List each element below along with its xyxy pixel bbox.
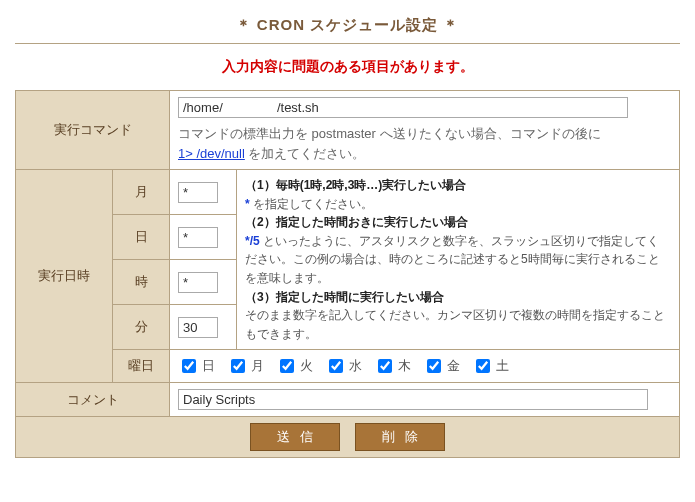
label-minute: 分: [113, 305, 170, 350]
weekday-checkbox[interactable]: [280, 359, 294, 373]
label-day: 日: [113, 215, 170, 260]
cron-form-table: 実行コマンド コマンドの標準出力を postmaster へ送りたくない場合、コ…: [15, 90, 680, 458]
weekday-checkbox[interactable]: [427, 359, 441, 373]
weekday-checkbox[interactable]: [182, 359, 196, 373]
error-message: 入力内容に問題のある項目があります。: [15, 58, 680, 76]
submit-button[interactable]: 送信: [250, 423, 340, 451]
weekday-option[interactable]: 火: [276, 356, 313, 376]
hour-input[interactable]: [178, 272, 218, 293]
label-comment: コメント: [16, 383, 170, 417]
weekday-checkbox[interactable]: [329, 359, 343, 373]
divider: [15, 43, 680, 44]
page-title: ＊ CRON スケジュール設定 ＊: [15, 16, 680, 35]
devnull-link[interactable]: 1> /dev/null: [178, 146, 245, 161]
button-row: 送信 削除: [16, 417, 680, 458]
weekday-option[interactable]: 木: [374, 356, 411, 376]
weekday-row: 日月火水木金土: [170, 350, 680, 383]
weekday-option[interactable]: 月: [227, 356, 264, 376]
comment-input[interactable]: [178, 389, 648, 410]
weekday-option[interactable]: 金: [423, 356, 460, 376]
label-hour: 時: [113, 260, 170, 305]
day-input[interactable]: [178, 227, 218, 248]
time-description: （1）毎時(1時,2時,3時…)実行したい場合 * を指定してください。 （2）…: [237, 170, 680, 350]
command-input[interactable]: [178, 97, 628, 118]
minute-input[interactable]: [178, 317, 218, 338]
weekday-checkbox[interactable]: [378, 359, 392, 373]
month-input[interactable]: [178, 182, 218, 203]
label-command: 実行コマンド: [16, 91, 170, 170]
weekday-label: 日: [202, 357, 215, 375]
weekday-label: 金: [447, 357, 460, 375]
weekday-label: 水: [349, 357, 362, 375]
delete-button[interactable]: 削除: [355, 423, 445, 451]
weekday-checkbox[interactable]: [231, 359, 245, 373]
label-month: 月: [113, 170, 170, 215]
weekday-label: 月: [251, 357, 264, 375]
weekday-option[interactable]: 土: [472, 356, 509, 376]
label-weekday: 曜日: [113, 350, 170, 383]
weekday-option[interactable]: 日: [178, 356, 215, 376]
weekday-option[interactable]: 水: [325, 356, 362, 376]
weekday-label: 木: [398, 357, 411, 375]
label-datetime: 実行日時: [16, 170, 113, 383]
weekday-checkbox[interactable]: [476, 359, 490, 373]
weekday-label: 火: [300, 357, 313, 375]
weekday-label: 土: [496, 357, 509, 375]
command-hint: コマンドの標準出力を postmaster へ送りたくない場合、コマンドの後に …: [178, 124, 671, 163]
